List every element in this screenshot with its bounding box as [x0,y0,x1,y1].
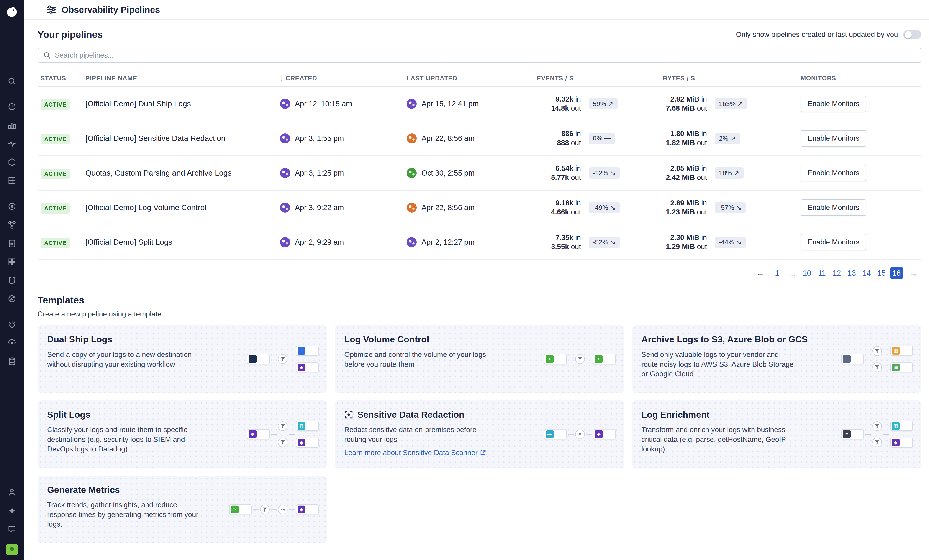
events-trend-badge: 0% — [589,133,615,144]
template-card-title: Sensitive Data Redaction [357,410,464,420]
only-my-pipelines-toggle[interactable] [903,30,921,40]
search-pipelines-input[interactable] [38,48,921,63]
main-nav-sidebar [0,0,24,560]
logs-icon[interactable] [4,235,20,251]
page-15[interactable]: 15 [875,267,888,279]
help-icon[interactable] [4,521,20,537]
nav-group-1 [4,73,20,89]
sensitive-data-scanner-link[interactable]: Learn more about Sensitive Data Scanner [344,449,486,457]
template-cards: Dual Ship Logs Send a copy of your logs … [38,325,921,543]
template-diagram: ◆▥◆ [247,421,319,448]
filter-funnel-icon [278,354,288,364]
scan-processor-icon [575,429,585,439]
pipeline-name-link[interactable]: Quotas, Custom Parsing and Archive Logs [86,168,280,177]
diagram-node-chip: # [841,429,864,439]
apm-icon[interactable] [4,198,20,215]
infrastructure-icon[interactable] [4,154,20,170]
table-row[interactable]: ACTIVE [Official Demo] Sensitive Data Re… [38,121,921,156]
template-diagram: ≡≈◆ [247,346,319,372]
page-items: 1...10111213141516 [771,267,903,279]
pipelines-icon [46,5,57,15]
table-row[interactable]: ACTIVE [Official Demo] Split Logs Apr 2,… [38,225,921,260]
diagram-node-chip: > [593,354,616,364]
nav-group-4 [4,316,20,370]
updated-by-avatar [407,133,417,144]
page-13[interactable]: 13 [845,267,858,279]
page-12[interactable]: 12 [831,267,843,279]
page-header: Observability Pipelines [24,0,929,20]
pipeline-name-link[interactable]: [Official Demo] Dual Ship Logs [86,99,280,108]
integrations-icon[interactable] [4,254,20,270]
synthetics-icon[interactable] [4,291,20,307]
pipeline-name-link[interactable]: [Official Demo] Log Volume Control [86,203,280,212]
enable-monitors-button[interactable]: Enable Monitors [800,234,866,250]
user-avatar[interactable] [6,544,18,555]
datadog-logo[interactable] [0,0,24,24]
table-row[interactable]: ACTIVE [Official Demo] Dual Ship Logs Ap… [38,87,921,121]
status-badge: ACTIVE [41,203,70,214]
monitors-icon[interactable] [4,135,20,152]
template-card-title: Dual Ship Logs [47,334,112,344]
template-card-description: Track trends, gather insights, and reduc… [47,500,201,529]
diagram-node-chip: — [544,429,567,439]
observability-pipelines-app: Observability Pipelines Your pipelines O… [0,0,929,560]
template-card[interactable]: Generate Metrics Track trends, gather in… [38,476,327,543]
template-card[interactable]: Sensitive Data Redaction Redact sensitiv… [335,401,624,468]
page-11[interactable]: 11 [816,267,828,279]
events-trend-badge: -49% ↘ [589,202,619,213]
organization-settings-icon[interactable] [4,484,20,500]
bytes-trend-badge: 2% ↗ [714,133,740,144]
diagram-node-chip: ≈ [296,346,319,356]
template-card[interactable]: Log Volume Control Optimize and control … [335,325,624,393]
security-icon[interactable] [4,272,20,289]
col-created[interactable]: ↓CREATED [280,74,407,83]
table-row[interactable]: ACTIVE Quotas, Custom Parsing and Archiv… [38,156,921,191]
history-icon[interactable] [4,98,20,115]
search-icon[interactable] [4,73,20,89]
enable-monitors-button[interactable]: Enable Monitors [800,165,866,181]
page-16[interactable]: 16 [890,267,903,279]
dashboards-icon[interactable] [4,117,20,134]
previous-page-arrow[interactable]: ← [752,268,768,278]
updated-by-avatar [407,237,417,248]
table-header-row: STATUS PIPELINE NAME ↓CREATED LAST UPDAT… [38,70,921,87]
filter-funnel-icon [872,421,882,431]
pipeline-name-link[interactable]: [Official Demo] Sensitive Data Redaction [86,134,280,143]
enable-monitors-button[interactable]: Enable Monitors [800,199,866,216]
enable-monitors-button[interactable]: Enable Monitors [800,96,866,112]
next-page-arrow[interactable]: → [905,268,921,278]
events-per-second: 6.54k in5.77k out [537,164,581,182]
software-delivery-icon[interactable] [4,335,20,351]
bytes-trend-badge: -44% ↘ [714,237,746,248]
page-title: Observability Pipelines [61,5,160,15]
nav-group-2 [4,98,20,189]
bytes-per-second: 2.89 MiB in1.23 MiB out [663,199,707,217]
diagram-node-chip: ▦ [890,346,913,356]
error-tracking-icon[interactable] [4,316,20,333]
template-card[interactable]: Log Enrichment Transform and enrich your… [632,401,921,468]
template-card[interactable]: Split Logs Classify your logs and route … [38,401,327,468]
template-card[interactable]: Dual Ship Logs Send a copy of your logs … [38,325,327,393]
assistant-icon[interactable] [4,502,20,519]
col-last-updated[interactable]: LAST UPDATED [407,75,537,82]
pipeline-name-link[interactable]: [Official Demo] Split Logs [86,238,280,246]
sort-descending-icon: ↓ [280,74,284,83]
diagram-node-chip: ▥ [296,421,319,431]
page-1[interactable]: 1 [771,267,783,279]
page-14[interactable]: 14 [860,267,873,279]
updated-by-avatar [407,99,417,109]
containers-icon[interactable] [4,172,20,189]
template-card[interactable]: Archive Logs to S3, Azure Blob or GCS Se… [632,325,921,393]
page-10[interactable]: 10 [801,267,813,279]
updated-date: Apr 22, 8:56 am [422,203,475,212]
metrics-gauge-icon [278,505,288,514]
created-by-avatar [280,168,290,178]
databases-icon[interactable] [4,353,20,370]
bytes-per-second: 2.05 MiB in2.42 MiB out [663,164,707,182]
diagram-node-chip: ◆ [296,363,319,373]
enable-monitors-button[interactable]: Enable Monitors [800,130,866,146]
diagram-node-chip: ◆ [296,438,319,448]
service-map-icon[interactable] [4,216,20,233]
updated-by-avatar [407,168,417,178]
table-row[interactable]: ACTIVE [Official Demo] Log Volume Contro… [38,191,921,225]
